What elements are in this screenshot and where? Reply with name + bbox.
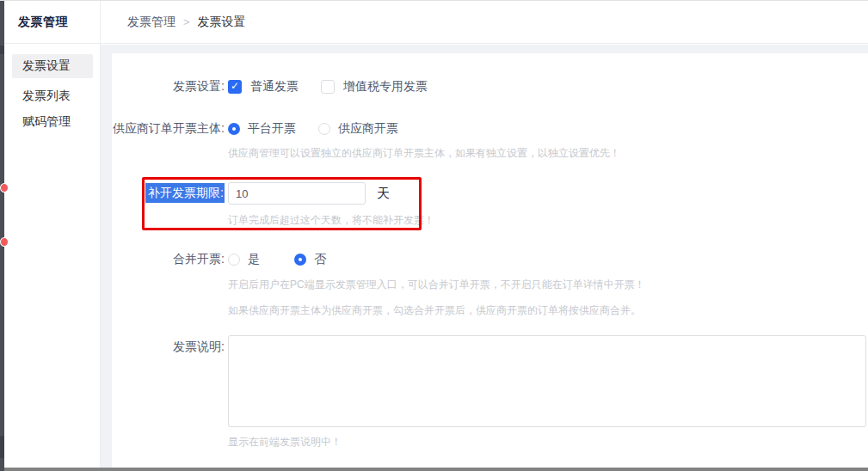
checkbox-vat-special-invoice[interactable] bbox=[321, 80, 335, 94]
sidebar-item-invoice-list[interactable]: 发票列表 bbox=[12, 84, 93, 108]
supplier-subject-row: 供应商订单开票主体: 平台开票 供应商开票 bbox=[112, 121, 868, 137]
invoice-note-textarea[interactable] bbox=[228, 335, 866, 427]
radio-merge-no[interactable] bbox=[294, 254, 306, 266]
sidebar-header: 发票管理 bbox=[4, 1, 100, 44]
reissue-deadline-row: 补开发票期限: 天 bbox=[112, 182, 868, 205]
radio-label[interactable]: 平台开票 bbox=[248, 121, 296, 137]
radio-label[interactable]: 是 bbox=[248, 252, 260, 267]
supplier-subject-help: 供应商管理可以设置独立的供应商订单开票主体，如果有独立设置，以独立设置优先！ bbox=[228, 146, 620, 161]
notification-badge-icon bbox=[0, 183, 9, 193]
merge-invoice-row: 合并开票: 是 否 bbox=[112, 252, 868, 267]
content-area: 发票设置: ✓ 普通发票 增值税专用发票 供应商订单开票主体: 平台开票 bbox=[101, 45, 868, 468]
invoice-type-label: 发票设置: bbox=[112, 79, 225, 95]
invoice-type-row: 发票设置: ✓ 普通发票 增值税专用发票 bbox=[112, 79, 868, 95]
invoice-note-help: 显示在前端发票说明中！ bbox=[228, 435, 342, 450]
radio-label[interactable]: 否 bbox=[314, 252, 326, 267]
radio-platform-invoicing[interactable] bbox=[228, 123, 240, 135]
reissue-days-input[interactable] bbox=[228, 182, 366, 205]
chevron-right-icon: > bbox=[183, 15, 190, 28]
left-edge-strip bbox=[0, 1, 4, 471]
checkbox-ordinary-invoice[interactable]: ✓ bbox=[228, 80, 242, 94]
radio-merge-yes[interactable] bbox=[228, 254, 240, 266]
notification-badge-icon bbox=[0, 237, 9, 247]
reissue-deadline-label: 补开发票期限: bbox=[112, 186, 225, 201]
sidebar-item-label: 发票列表 bbox=[22, 89, 71, 104]
sidebar-item-label: 赋码管理 bbox=[22, 114, 71, 130]
sidebar-item-code-management[interactable]: 赋码管理 bbox=[12, 110, 93, 134]
breadcrumb-bar: 发票管理 > 发票设置 bbox=[101, 1, 868, 44]
sidebar: 发票管理 发票设置 发票列表 赋码管理 bbox=[4, 1, 101, 468]
invoice-settings-page: 发票管理 发票设置 发票列表 赋码管理 发票管理 > 发票设置 发票设置: ✓ bbox=[0, 0, 868, 471]
checkbox-label[interactable]: 普通发票 bbox=[250, 79, 299, 95]
sidebar-item-label: 发票设置 bbox=[22, 58, 71, 74]
strip-notch bbox=[0, 46, 4, 54]
reissue-deadline-help: 订单完成后超过这个天数，将不能补开发票！ bbox=[228, 213, 434, 228]
settings-card: 发票设置: ✓ 普通发票 增值税专用发票 供应商订单开票主体: 平台开票 bbox=[112, 53, 868, 468]
check-icon: ✓ bbox=[231, 81, 239, 91]
merge-invoice-help-1: 开启后用户在PC端显示发票管理入口，可以合并订单开票，不开启只能在订单详情中开票… bbox=[228, 278, 645, 292]
invoice-note-label: 发票说明: bbox=[112, 335, 225, 355]
selected-text-highlight: 补开发票期限: bbox=[145, 183, 225, 203]
strip-notch bbox=[0, 436, 4, 458]
sidebar-title: 发票管理 bbox=[4, 15, 68, 30]
merge-invoice-label: 合并开票: bbox=[112, 252, 225, 267]
sidebar-item-invoice-settings[interactable]: 发票设置 bbox=[12, 54, 93, 78]
checkbox-label[interactable]: 增值税专用发票 bbox=[343, 79, 428, 95]
supplier-subject-label: 供应商订单开票主体: bbox=[112, 121, 225, 137]
breadcrumb-item-invoice-settings: 发票设置 bbox=[198, 15, 246, 30]
radio-supplier-invoicing[interactable] bbox=[318, 123, 330, 135]
radio-label[interactable]: 供应商开票 bbox=[338, 121, 398, 137]
merge-invoice-help-2: 如果供应商开票主体为供应商开票，勾选合并开票后，供应商开票的订单将按供应商合并。 bbox=[228, 303, 641, 318]
breadcrumb-item-invoice-management[interactable]: 发票管理 bbox=[127, 15, 175, 30]
bottom-edge-bar bbox=[0, 468, 868, 471]
invoice-note-row: 发票说明: bbox=[112, 335, 868, 427]
reissue-days-unit: 天 bbox=[377, 186, 390, 202]
